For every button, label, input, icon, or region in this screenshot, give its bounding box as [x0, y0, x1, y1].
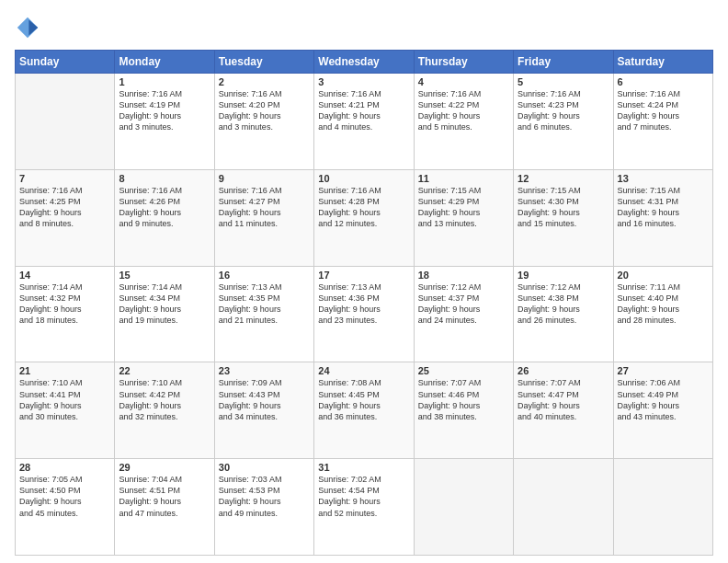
day-number: 4: [418, 76, 509, 87]
calendar-cell: 7Sunrise: 7:16 AMSunset: 4:25 PMDaylight…: [16, 169, 115, 266]
weekday-header: Tuesday: [214, 51, 313, 74]
cell-content: Sunrise: 7:16 AMSunset: 4:27 PMDaylight:…: [219, 185, 310, 230]
calendar-cell: 31Sunrise: 7:02 AMSunset: 4:54 PMDayligh…: [314, 459, 414, 556]
calendar-week-row: 14Sunrise: 7:14 AMSunset: 4:32 PMDayligh…: [16, 266, 713, 362]
day-number: 6: [618, 76, 709, 87]
day-number: 30: [219, 462, 310, 473]
calendar-cell: 23Sunrise: 7:09 AMSunset: 4:43 PMDayligh…: [214, 362, 313, 459]
calendar-header-row: SundayMondayTuesdayWednesdayThursdayFrid…: [16, 51, 713, 74]
day-number: 24: [318, 365, 409, 376]
day-number: 3: [318, 76, 409, 87]
day-number: 19: [518, 270, 609, 281]
weekday-header: Friday: [514, 51, 613, 74]
weekday-header: Monday: [115, 51, 214, 74]
day-number: 21: [19, 365, 110, 376]
calendar-cell: 29Sunrise: 7:04 AMSunset: 4:51 PMDayligh…: [115, 459, 214, 556]
cell-content: Sunrise: 7:16 AMSunset: 4:19 PMDaylight:…: [119, 88, 210, 133]
day-number: 25: [418, 365, 509, 376]
calendar-cell: 14Sunrise: 7:14 AMSunset: 4:32 PMDayligh…: [16, 266, 115, 362]
day-number: 1: [119, 76, 210, 87]
cell-content: Sunrise: 7:07 AMSunset: 4:46 PMDaylight:…: [418, 377, 509, 422]
weekday-header: Thursday: [414, 51, 513, 74]
day-number: 18: [418, 270, 509, 281]
weekday-header: Sunday: [16, 51, 115, 74]
cell-content: Sunrise: 7:16 AMSunset: 4:20 PMDaylight:…: [219, 88, 310, 133]
day-number: 22: [119, 365, 210, 376]
day-number: 5: [518, 76, 609, 87]
calendar-cell: 9Sunrise: 7:16 AMSunset: 4:27 PMDaylight…: [214, 169, 313, 266]
day-number: 13: [618, 173, 709, 184]
calendar-cell: 2Sunrise: 7:16 AMSunset: 4:20 PMDaylight…: [214, 74, 313, 170]
calendar-cell: 8Sunrise: 7:16 AMSunset: 4:26 PMDaylight…: [115, 169, 214, 266]
logo-icon: [15, 15, 40, 40]
calendar-cell: 1Sunrise: 7:16 AMSunset: 4:19 PMDaylight…: [115, 74, 214, 170]
day-number: 31: [318, 462, 409, 473]
calendar-cell: 22Sunrise: 7:10 AMSunset: 4:42 PMDayligh…: [115, 362, 214, 459]
calendar-cell: 25Sunrise: 7:07 AMSunset: 4:46 PMDayligh…: [414, 362, 513, 459]
day-number: 11: [418, 173, 509, 184]
day-number: 16: [219, 270, 310, 281]
weekday-header: Saturday: [613, 51, 712, 74]
calendar-cell: 3Sunrise: 7:16 AMSunset: 4:21 PMDaylight…: [314, 74, 414, 170]
calendar-cell: 4Sunrise: 7:16 AMSunset: 4:22 PMDaylight…: [414, 74, 513, 170]
calendar-cell: 24Sunrise: 7:08 AMSunset: 4:45 PMDayligh…: [314, 362, 414, 459]
calendar-cell: 19Sunrise: 7:12 AMSunset: 4:38 PMDayligh…: [514, 266, 613, 362]
header: [15, 15, 713, 40]
calendar-cell: [514, 459, 613, 556]
cell-content: Sunrise: 7:02 AMSunset: 4:54 PMDaylight:…: [318, 474, 409, 519]
calendar-cell: 17Sunrise: 7:13 AMSunset: 4:36 PMDayligh…: [314, 266, 414, 362]
calendar-cell: 21Sunrise: 7:10 AMSunset: 4:41 PMDayligh…: [16, 362, 115, 459]
cell-content: Sunrise: 7:16 AMSunset: 4:28 PMDaylight:…: [318, 185, 409, 230]
day-number: 12: [518, 173, 609, 184]
day-number: 23: [219, 365, 310, 376]
logo: [15, 15, 44, 40]
day-number: 29: [119, 462, 210, 473]
calendar-cell: [613, 459, 712, 556]
weekday-header: Wednesday: [314, 51, 414, 74]
cell-content: Sunrise: 7:04 AMSunset: 4:51 PMDaylight:…: [119, 474, 210, 519]
page: SundayMondayTuesdayWednesdayThursdayFrid…: [0, 0, 728, 563]
cell-content: Sunrise: 7:15 AMSunset: 4:29 PMDaylight:…: [418, 185, 509, 230]
calendar-cell: [16, 74, 115, 170]
calendar-cell: 18Sunrise: 7:12 AMSunset: 4:37 PMDayligh…: [414, 266, 513, 362]
cell-content: Sunrise: 7:10 AMSunset: 4:41 PMDaylight:…: [19, 377, 110, 422]
day-number: 28: [19, 462, 110, 473]
cell-content: Sunrise: 7:14 AMSunset: 4:34 PMDaylight:…: [119, 282, 210, 327]
day-number: 20: [618, 270, 709, 281]
day-number: 15: [119, 270, 210, 281]
calendar-cell: 28Sunrise: 7:05 AMSunset: 4:50 PMDayligh…: [16, 459, 115, 556]
calendar-cell: 13Sunrise: 7:15 AMSunset: 4:31 PMDayligh…: [613, 169, 712, 266]
day-number: 8: [119, 173, 210, 184]
calendar-cell: 30Sunrise: 7:03 AMSunset: 4:53 PMDayligh…: [214, 459, 313, 556]
cell-content: Sunrise: 7:12 AMSunset: 4:38 PMDaylight:…: [518, 282, 609, 327]
day-number: 7: [19, 173, 110, 184]
day-number: 10: [318, 173, 409, 184]
calendar-cell: 10Sunrise: 7:16 AMSunset: 4:28 PMDayligh…: [314, 169, 414, 266]
cell-content: Sunrise: 7:13 AMSunset: 4:35 PMDaylight:…: [219, 282, 310, 327]
day-number: 14: [19, 270, 110, 281]
calendar-cell: 16Sunrise: 7:13 AMSunset: 4:35 PMDayligh…: [214, 266, 313, 362]
cell-content: Sunrise: 7:16 AMSunset: 4:24 PMDaylight:…: [618, 88, 709, 133]
cell-content: Sunrise: 7:03 AMSunset: 4:53 PMDaylight:…: [219, 474, 310, 519]
calendar-cell: 5Sunrise: 7:16 AMSunset: 4:23 PMDaylight…: [514, 74, 613, 170]
cell-content: Sunrise: 7:16 AMSunset: 4:22 PMDaylight:…: [418, 88, 509, 133]
calendar-cell: 27Sunrise: 7:06 AMSunset: 4:49 PMDayligh…: [613, 362, 712, 459]
calendar-cell: 12Sunrise: 7:15 AMSunset: 4:30 PMDayligh…: [514, 169, 613, 266]
cell-content: Sunrise: 7:13 AMSunset: 4:36 PMDaylight:…: [318, 282, 409, 327]
svg-marker-1: [28, 20, 38, 36]
calendar-cell: 6Sunrise: 7:16 AMSunset: 4:24 PMDaylight…: [613, 74, 712, 170]
cell-content: Sunrise: 7:16 AMSunset: 4:23 PMDaylight:…: [518, 88, 609, 133]
day-number: 27: [618, 365, 709, 376]
cell-content: Sunrise: 7:16 AMSunset: 4:25 PMDaylight:…: [19, 185, 110, 230]
calendar-cell: 11Sunrise: 7:15 AMSunset: 4:29 PMDayligh…: [414, 169, 513, 266]
day-number: 2: [219, 76, 310, 87]
calendar-week-row: 28Sunrise: 7:05 AMSunset: 4:50 PMDayligh…: [16, 459, 713, 556]
cell-content: Sunrise: 7:05 AMSunset: 4:50 PMDaylight:…: [19, 474, 110, 519]
cell-content: Sunrise: 7:16 AMSunset: 4:26 PMDaylight:…: [119, 185, 210, 230]
cell-content: Sunrise: 7:14 AMSunset: 4:32 PMDaylight:…: [19, 282, 110, 327]
calendar-cell: 15Sunrise: 7:14 AMSunset: 4:34 PMDayligh…: [115, 266, 214, 362]
calendar-table: SundayMondayTuesdayWednesdayThursdayFrid…: [15, 50, 713, 556]
cell-content: Sunrise: 7:12 AMSunset: 4:37 PMDaylight:…: [418, 282, 509, 327]
cell-content: Sunrise: 7:11 AMSunset: 4:40 PMDaylight:…: [618, 282, 709, 327]
cell-content: Sunrise: 7:10 AMSunset: 4:42 PMDaylight:…: [119, 377, 210, 422]
